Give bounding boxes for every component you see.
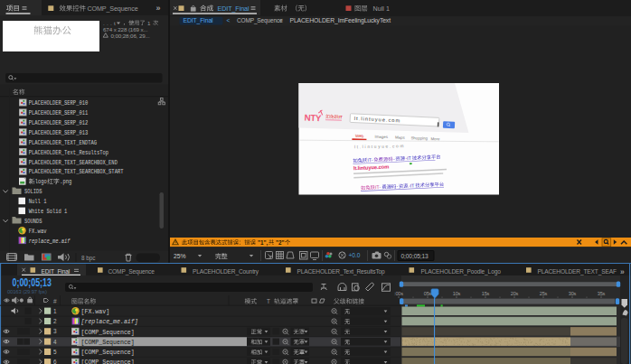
svg-text:35s: 35s: [598, 291, 606, 296]
svg-text:05s: 05s: [424, 291, 432, 296]
svg-text:PLACEHOLDER_TEXT_SEARCHBOX_END: PLACEHOLDER_TEXT_SEARCHBOX_END: [29, 159, 118, 166]
svg-text:0;00;05;13: 0;00;05;13: [401, 253, 429, 259]
svg-text:674 x 228 (169 x...: 674 x 228 (169 x...: [103, 26, 148, 33]
svg-text:[replace_me.aif]: [replace_me.aif]: [81, 318, 138, 325]
svg-text:.png: .png: [60, 179, 71, 186]
svg-text:replace_me.aif: replace_me.aif: [29, 238, 71, 245]
svg-text:1: 1: [147, 20, 151, 26]
svg-text:PLACEHOLDER_SERP_011: PLACEHOLDER_SERP_011: [29, 109, 89, 117]
svg-text:0;00;28;06, 29...: 0;00;28;06, 29...: [111, 33, 150, 39]
svg-text:White Solid 1: White Solid 1: [29, 208, 68, 215]
svg-text:6: 6: [53, 359, 57, 364]
svg-text:<: <: [227, 17, 231, 23]
svg-text:PLACEHOLDER_Text_ResultsTop: PLACEHOLDER_Text_ResultsTop: [297, 268, 386, 275]
svg-text:PLACEHOLDER_Country: PLACEHOLDER_Country: [193, 268, 259, 275]
svg-text:Shopping: Shopping: [410, 135, 428, 140]
svg-text:Web: Web: [355, 134, 364, 138]
svg-text:COMP_Sequence: COMP_Sequence: [237, 17, 283, 24]
svg-text:8 bpc: 8 bpc: [81, 255, 95, 262]
svg-text:Null 1: Null 1: [373, 5, 390, 13]
svg-text:2: 2: [53, 318, 57, 324]
svg-text:COMP_Sequence: COMP_Sequence: [88, 5, 138, 13]
svg-text:SOLIDS: SOLIDS: [24, 189, 42, 196]
svg-text:FX.wav: FX.wav: [29, 228, 47, 235]
svg-text:EDIT_Final: EDIT_Final: [184, 17, 214, 24]
svg-text:logo: logo: [35, 179, 47, 186]
svg-text:"2": "2": [276, 239, 284, 246]
svg-text:00163 (29.97 fps): 00163 (29.97 fps): [7, 289, 47, 294]
svg-text:3: 3: [53, 328, 57, 334]
svg-text:»: »: [156, 4, 161, 13]
svg-text:<: <: [279, 17, 283, 23]
svg-text:T: T: [267, 298, 270, 304]
svg-text:"1",: "1",: [258, 239, 268, 247]
svg-text:0;00;05;13: 0;00;05;13: [13, 275, 52, 288]
svg-text:+0.0: +0.0: [349, 252, 361, 258]
svg-text:5: 5: [53, 349, 57, 355]
svg-text:PLACEHOLDER_ImFeelingLuckyText: PLACEHOLDER_ImFeelingLuckyText: [290, 17, 391, 24]
svg-text:1: 1: [53, 308, 57, 314]
svg-text:PLACEHOLDER_SERP_010: PLACEHOLDER_SERP_010: [29, 100, 89, 107]
svg-text:PLACEHOLDER_TEXT_SEAF: PLACEHOLDER_TEXT_SEAF: [538, 268, 617, 275]
svg-text:. . . t: . . . t: [103, 20, 116, 26]
svg-text:20s: 20s: [511, 291, 519, 296]
svg-text:[COMP_Sequence]: [COMP_Sequence]: [81, 338, 135, 345]
svg-text:[COMP_Sequence]: [COMP_Sequence]: [81, 349, 135, 356]
svg-text:»: »: [620, 267, 625, 276]
svg-text:-IT: -IT: [405, 155, 412, 161]
svg-text:Images: Images: [374, 135, 388, 139]
svg-text:Null 1: Null 1: [29, 199, 47, 206]
svg-text:PLACEHOLDER_SERP_013: PLACEHOLDER_SERP_013: [29, 129, 89, 136]
svg-text:[COMP_Sequence]: [COMP_Sequence]: [81, 359, 135, 364]
svg-text:PLACEHOLDER_Poodle_Logo: PLACEHOLDER_Poodle_Logo: [421, 268, 502, 275]
svg-text:25%: 25%: [174, 253, 186, 259]
svg-text:NTY: NTY: [304, 112, 322, 123]
svg-text:IT-: IT-: [367, 157, 373, 163]
svg-text:SOUNDS: SOUNDS: [24, 218, 42, 225]
svg-text:IT-: IT-: [375, 184, 381, 190]
svg-text:Maps: Maps: [395, 135, 406, 140]
svg-text:PLACEHOLDER_TEXT_SEARCHBOX_STA: PLACEHOLDER_TEXT_SEARCHBOX_START: [29, 169, 124, 176]
svg-text:[FX.wav]: [FX.wav]: [81, 308, 110, 315]
svg-text:30s: 30s: [569, 291, 577, 296]
svg-text:More: More: [430, 136, 440, 141]
svg-text:EDIT_Final: EDIT_Final: [218, 5, 250, 13]
svg-text:4: 4: [53, 339, 57, 345]
svg-text:IT: IT: [338, 115, 343, 119]
svg-text:PLACEHOLDER_Text_ResultsTop: PLACEHOLDER_Text_ResultsTop: [29, 149, 109, 156]
svg-text:PLACEHOLDER_TEXT_ENDTAG: PLACEHOLDER_TEXT_ENDTAG: [29, 139, 97, 146]
svg-text:PLACEHOLDER_SERP_012: PLACEHOLDER_SERP_012: [29, 119, 89, 126]
svg-text:15s: 15s: [482, 291, 490, 296]
svg-text:COMP_Sequence: COMP_Sequence: [108, 268, 155, 275]
svg-text:#: #: [53, 298, 57, 304]
svg-text:10s: 10s: [453, 291, 461, 296]
svg-text:25s: 25s: [540, 291, 548, 296]
svg-text:-IT: -IT: [409, 182, 416, 188]
svg-text::00s: :00s: [394, 291, 403, 296]
svg-text:[COMP_Sequence]: [COMP_Sequence]: [81, 328, 135, 335]
